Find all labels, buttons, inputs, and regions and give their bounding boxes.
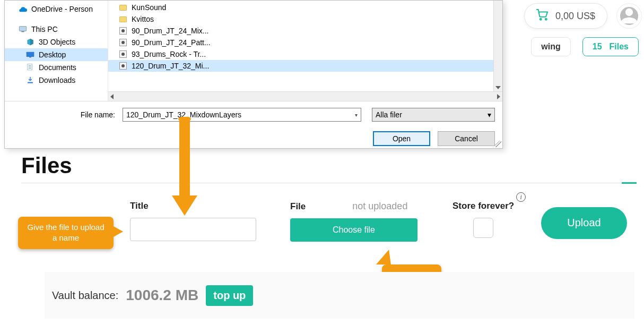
file-open-dialog: OneDrive - Person This PC 3D Objects Des… [4,0,503,149]
list-item[interactable]: 120_Drum_JT_32_Mi... [108,60,502,72]
filename-combobox[interactable]: 120_Drum_JT_32_MixdownLayers ▾ [123,108,361,122]
chip-files-count: 15 [593,42,602,52]
title-input[interactable] [130,218,256,241]
nav-documents[interactable]: Documents [5,61,108,74]
list-item[interactable]: 93_Drums_Rock - Tr... [108,48,502,60]
svg-point-1 [545,19,547,20]
filename-label: File name: [12,110,118,119]
dialog-nav-tree[interactable]: OneDrive - Person This PC 3D Objects Des… [5,1,108,101]
cloud-icon [19,5,27,13]
audio-icon [119,27,127,35]
vertical-scrollbar[interactable] [493,1,502,91]
file-type-filter[interactable]: Alla filer ▾ [372,108,495,122]
store-forever-checkbox[interactable] [473,218,493,238]
choose-file-button[interactable]: Choose file [290,218,417,242]
chevron-left-icon [110,94,114,99]
audio-icon [119,62,127,70]
chevron-down-icon [495,86,501,89]
info-icon[interactable]: i [516,192,526,202]
svg-rect-7 [28,65,31,66]
list-item[interactable]: KunSound [108,2,502,13]
chevron-down-icon: ▾ [488,110,491,119]
upload-status: not uploaded [352,201,407,212]
svg-point-0 [540,19,542,20]
svg-rect-8 [28,66,31,67]
svg-rect-10 [28,82,33,83]
list-item[interactable]: 90_Drum_JT_24_Patt... [108,37,502,48]
nav-onedrive[interactable]: OneDrive - Person [5,3,108,15]
audio-icon [119,50,127,58]
vault-balance-value: 1006.2 MB [126,287,198,304]
cart-amount: 0,00 US$ [555,11,595,22]
cancel-button[interactable]: Cancel [438,131,495,146]
chevron-down-icon: ▾ [355,112,358,118]
nav-downloads[interactable]: Downloads [5,74,108,87]
chip-following-partial[interactable]: wing [531,37,570,56]
list-item[interactable]: Kvittos [108,13,502,25]
chevron-right-icon [497,94,500,99]
vault-balance-panel: Vault balance: 1006.2 MB top up [45,272,634,319]
arrow-annotation-icon [169,117,201,218]
nav-desktop[interactable]: Desktop [5,48,108,61]
vault-balance-label: Vault balance: [52,289,118,302]
nav-3d-objects[interactable]: 3D Objects [5,36,108,48]
cart-icon [536,9,548,23]
file-label: File [290,201,306,212]
audio-icon [119,38,127,47]
annotation-give-name: Give the file to upload a name [18,217,114,249]
svg-rect-2 [19,27,26,31]
divider [21,183,637,183]
folder-icon [119,15,127,23]
horizontal-scrollbar[interactable] [108,91,502,101]
svg-rect-5 [29,57,31,57]
list-item[interactable]: 90_Drum_JT_24_Mix... [108,25,502,37]
chip-files-label: Files [610,42,629,52]
cube-icon [26,38,34,46]
nav-this-pc[interactable]: This PC [5,23,108,36]
desktop-icon [26,50,34,59]
folder-icon [119,3,127,12]
cart-pill[interactable]: 0,00 US$ [524,3,607,29]
download-icon [26,76,34,84]
pc-icon [19,25,27,33]
store-forever-label: Store forever? [452,201,514,211]
upload-button[interactable]: Upload [541,207,627,239]
open-button[interactable]: Open [373,131,430,146]
svg-rect-9 [28,68,31,69]
top-up-button[interactable]: top up [206,285,253,306]
page-title: Files [21,153,72,178]
documents-icon [26,63,34,72]
avatar[interactable] [617,4,641,28]
resize-grip-icon[interactable] [495,141,501,147]
dialog-file-list[interactable]: KunSound Kvittos 90_Drum_JT_24_Mix... 90… [108,1,502,101]
chip-files[interactable]: 15 Files [582,37,639,56]
svg-rect-3 [21,31,24,32]
svg-rect-4 [27,52,34,57]
